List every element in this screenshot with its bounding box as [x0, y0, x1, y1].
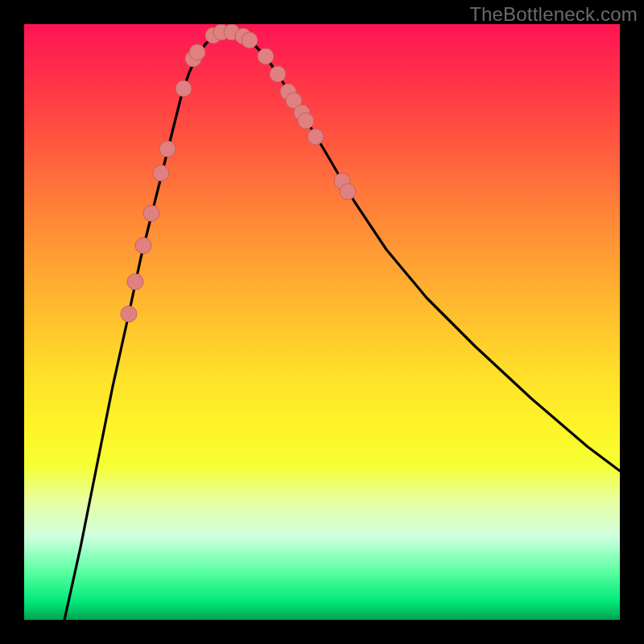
data-marker [121, 306, 137, 322]
data-marker [258, 48, 274, 64]
data-marker [135, 237, 151, 254]
bottleneck-curve [64, 32, 620, 620]
data-marker [189, 44, 205, 60]
data-marker [308, 129, 324, 145]
data-marker [340, 184, 356, 200]
curve-path [64, 32, 620, 620]
curve-svg [24, 24, 620, 620]
data-markers [121, 24, 356, 322]
data-marker [153, 165, 169, 181]
data-marker [127, 274, 143, 290]
data-marker [143, 205, 159, 221]
plot-area [24, 24, 620, 620]
data-marker [298, 113, 314, 129]
data-marker [270, 66, 286, 82]
data-marker [242, 32, 258, 48]
chart-frame: TheBottleneck.com [0, 0, 644, 644]
watermark-text: TheBottleneck.com [469, 3, 638, 26]
data-marker [159, 141, 175, 157]
data-marker [175, 80, 192, 97]
